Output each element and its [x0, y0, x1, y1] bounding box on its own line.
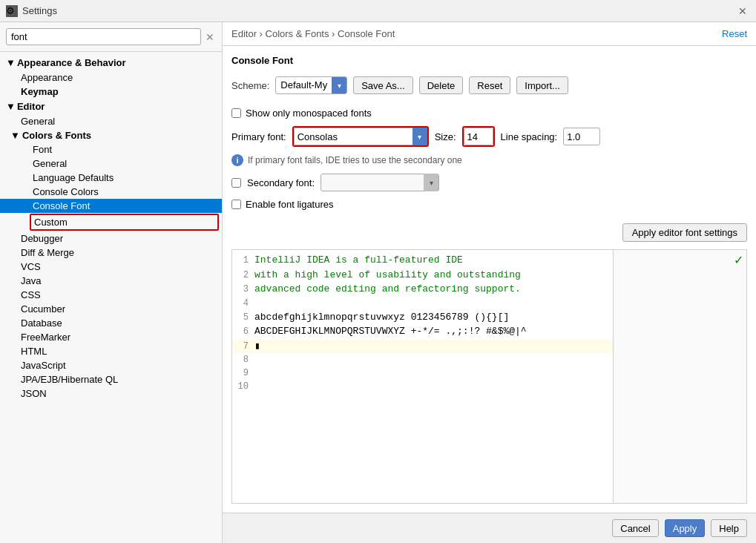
line-number: 6: [232, 325, 254, 338]
sidebar-item-diff-merge[interactable]: Diff & Merge: [0, 246, 222, 260]
sidebar-item-cucumber[interactable]: Cucumber: [0, 302, 222, 316]
scheme-row: Scheme: Default-My ▾ Save As... Delete R…: [231, 76, 747, 94]
content-header: Editor › Colors & Fonts › Console Font R…: [223, 22, 756, 46]
line-content: IntelliJ IDEA is a full-featured IDE: [254, 253, 463, 268]
scheme-label: Scheme:: [231, 80, 269, 91]
sidebar-item-font[interactable]: Font: [0, 142, 222, 157]
sidebar-item-console-colors[interactable]: Console Colors: [0, 185, 222, 199]
search-box: ✕: [0, 22, 222, 52]
sidebar-item-database[interactable]: Database: [0, 316, 222, 330]
size-input[interactable]: [464, 128, 493, 145]
line-spacing-input[interactable]: [563, 128, 600, 145]
enable-ligatures-label: Enable font ligatures: [246, 199, 334, 210]
reset-button[interactable]: Reset: [469, 76, 510, 94]
primary-font-select-wrapper: ▾: [292, 126, 429, 147]
content-body: Console Font Scheme: Default-My ▾ Save A…: [223, 46, 756, 513]
preview-line: 9: [232, 366, 613, 380]
breadcrumb: Editor › Colors & Fonts › Console Font: [231, 28, 395, 39]
line-spacing-label: Line spacing:: [501, 131, 558, 142]
preview-line: 10: [232, 380, 613, 393]
line-number: 5: [232, 311, 254, 324]
info-icon: i: [231, 154, 243, 166]
sidebar-item-keymap[interactable]: Keymap: [0, 85, 222, 99]
sidebar-item-freemarker[interactable]: FreeMarker: [0, 330, 222, 344]
delete-button[interactable]: Delete: [419, 76, 464, 94]
sidebar-item-general2[interactable]: General: [0, 157, 222, 171]
title-bar: ⚙ Settings ✕: [0, 0, 756, 22]
import-button[interactable]: Import...: [516, 76, 568, 94]
size-label: Size:: [435, 131, 456, 142]
sidebar-item-general[interactable]: General: [0, 114, 222, 128]
sidebar: ✕ ▼ Appearance & Behavior Appearance Key…: [0, 22, 223, 543]
secondary-font-select[interactable]: ▾: [321, 174, 439, 191]
preview-line: 3advanced code editing and refactoring s…: [232, 282, 613, 297]
search-input[interactable]: [6, 28, 201, 45]
sidebar-item-appearance[interactable]: Appearance: [0, 70, 222, 85]
sidebar-item-javascript[interactable]: JavaScript: [0, 358, 222, 372]
line-number: 1: [232, 254, 254, 267]
sidebar-item-console-font[interactable]: Console Font: [0, 199, 222, 213]
line-content: abcdefghijklmnopqrstuvwxyz 0123456789 ()…: [254, 310, 509, 325]
preview-line: 1IntelliJ IDEA is a full-featured IDE: [232, 253, 613, 268]
sidebar-item-json[interactable]: JSON: [0, 386, 222, 401]
preview-line: 2with a high level of usability and outs…: [232, 268, 613, 283]
primary-font-label: Primary font:: [231, 131, 286, 142]
app-icon: ⚙: [6, 5, 18, 17]
ligatures-row: Enable font ligatures: [231, 199, 747, 210]
scheme-dropdown-arrow[interactable]: ▾: [332, 76, 346, 94]
apply-btn-row: Apply editor font settings: [231, 223, 747, 242]
preview-right-panel: ✓: [613, 250, 746, 503]
line-content: with a high level of usability and outst…: [254, 268, 521, 283]
sidebar-item-label: Editor: [17, 101, 45, 112]
reset-link[interactable]: Reset: [722, 28, 747, 39]
sidebar-item-java[interactable]: Java: [0, 274, 222, 288]
line-content: ▮: [254, 339, 260, 354]
preview-line: 6ABCDEFGHIJKLMNOPQRSTUVWXYZ +-*/= .,;:!?…: [232, 324, 613, 339]
preview-area: 1IntelliJ IDEA is a full-featured IDE2wi…: [231, 249, 747, 504]
line-number: 10: [232, 380, 254, 393]
sidebar-item-css[interactable]: CSS: [0, 288, 222, 302]
sidebar-item-html[interactable]: HTML: [0, 344, 222, 358]
enable-ligatures-checkbox[interactable]: [231, 200, 241, 209]
monospaced-label: Show only monospaced fonts: [246, 108, 372, 119]
sidebar-item-editor[interactable]: ▼ Editor: [0, 99, 222, 114]
preview-line: 4: [232, 297, 613, 310]
main-layout: ✕ ▼ Appearance & Behavior Appearance Key…: [0, 22, 756, 543]
check-icon: ✓: [734, 253, 743, 267]
triangle-icon: ▼: [6, 57, 16, 68]
close-button[interactable]: ✕: [735, 4, 750, 19]
apply-button[interactable]: Apply: [665, 519, 706, 537]
sidebar-item-custom[interactable]: Custom: [30, 214, 219, 231]
scheme-value: Default-My: [276, 76, 332, 94]
sidebar-item-jpa[interactable]: JPA/EJB/Hibernate QL: [0, 372, 222, 386]
preview-line: 7▮: [232, 339, 613, 354]
info-text: If primary font fails, IDE tries to use …: [248, 155, 462, 165]
info-row: i If primary font fails, IDE tries to us…: [231, 154, 747, 166]
sidebar-item-colors-fonts[interactable]: ▼ Colors & Fonts: [0, 128, 222, 142]
sidebar-item-debugger[interactable]: Debugger: [0, 231, 222, 246]
bottom-bar: Cancel Apply Help: [223, 513, 756, 543]
preview-line: 8: [232, 353, 613, 366]
line-number: 2: [232, 269, 254, 282]
save-as-button[interactable]: Save As...: [353, 76, 413, 94]
primary-font-row: Primary font: ▾ Size: Line spacing:: [231, 126, 747, 147]
scheme-select[interactable]: Default-My ▾: [275, 76, 347, 94]
search-clear-button[interactable]: ✕: [204, 31, 216, 43]
secondary-font-row: Secondary font: ▾: [231, 174, 747, 191]
monospaced-checkbox[interactable]: [231, 108, 241, 118]
secondary-dropdown-icon[interactable]: ▾: [424, 174, 438, 191]
sidebar-item-language-defaults[interactable]: Language Defaults: [0, 171, 222, 185]
line-number: 9: [232, 366, 254, 380]
secondary-font-checkbox[interactable]: [231, 178, 241, 188]
sidebar-item-vcs[interactable]: VCS: [0, 260, 222, 274]
apply-editor-font-button[interactable]: Apply editor font settings: [622, 223, 747, 242]
cancel-button[interactable]: Cancel: [612, 519, 658, 537]
primary-font-input[interactable]: [294, 128, 412, 145]
line-content: advanced code editing and refactoring su…: [254, 282, 521, 297]
font-dropdown-icon[interactable]: ▾: [412, 128, 427, 145]
preview-line: 5abcdefghijklmnopqrstuvwxyz 0123456789 (…: [232, 310, 613, 325]
sidebar-item-appearance-behavior[interactable]: ▼ Appearance & Behavior: [0, 55, 222, 70]
nav-tree: ▼ Appearance & Behavior Appearance Keyma…: [0, 52, 222, 543]
help-button[interactable]: Help: [711, 519, 747, 537]
secondary-font-label: Secondary font:: [247, 177, 315, 188]
